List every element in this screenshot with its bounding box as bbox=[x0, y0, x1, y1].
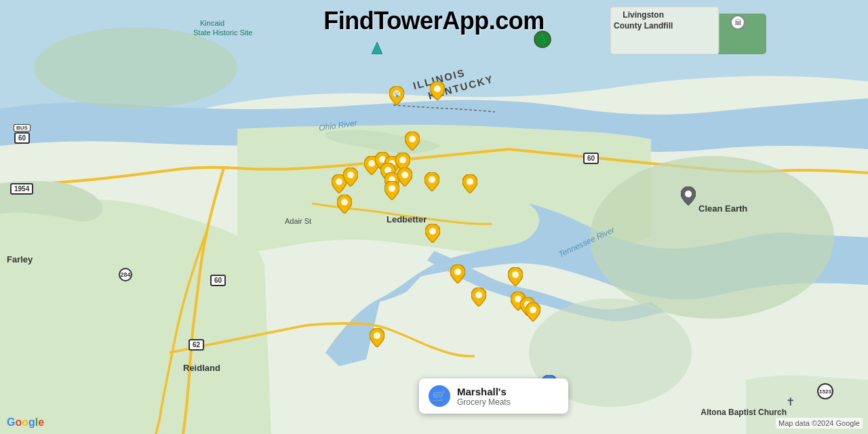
google-logo: Google bbox=[7, 416, 44, 429]
svg-point-12 bbox=[347, 172, 354, 178]
svg-point-10 bbox=[409, 136, 416, 142]
svg-point-1 bbox=[590, 156, 834, 319]
svg-point-13 bbox=[368, 160, 375, 167]
svg-marker-6 bbox=[372, 42, 382, 54]
altona-label: Altona Baptist Church bbox=[701, 408, 787, 417]
svg-point-25 bbox=[454, 269, 461, 275]
tower-pin-23[interactable] bbox=[370, 328, 384, 347]
landfill-marker[interactable]: 🏛 bbox=[730, 15, 745, 33]
svg-point-32 bbox=[685, 191, 692, 197]
svg-text:📡: 📡 bbox=[393, 90, 401, 98]
map-attribution: Map data ©2024 Google bbox=[776, 418, 863, 429]
svg-text:🌲: 🌲 bbox=[537, 34, 549, 45]
svg-point-9 bbox=[434, 85, 441, 92]
tower-pin-adair[interactable] bbox=[337, 195, 352, 214]
svg-point-11 bbox=[336, 178, 342, 185]
navigation-marker[interactable] bbox=[372, 42, 382, 57]
svg-point-21 bbox=[467, 178, 473, 185]
svg-point-30 bbox=[530, 307, 536, 313]
church-icon: ✝ bbox=[786, 395, 795, 408]
svg-point-24 bbox=[429, 228, 436, 235]
place-card-category: Grocery Meats bbox=[457, 397, 511, 407]
tower-pin-2[interactable] bbox=[430, 81, 445, 100]
svg-point-19 bbox=[401, 172, 408, 178]
tower-pin-1[interactable]: 📡 bbox=[389, 86, 404, 105]
place-card-name: Marshall's bbox=[457, 386, 511, 397]
tower-pin-3[interactable] bbox=[405, 132, 420, 151]
tower-pin-13[interactable] bbox=[425, 172, 439, 191]
svg-point-26 bbox=[475, 292, 482, 298]
place-card-icon: 🛒 bbox=[429, 385, 450, 407]
tower-pin-15[interactable] bbox=[384, 181, 399, 200]
site-title: FindTowerApp.com bbox=[323, 7, 544, 35]
svg-point-17 bbox=[399, 157, 406, 163]
tower-pin-19[interactable] bbox=[508, 267, 523, 286]
svg-text:🏛: 🏛 bbox=[734, 18, 742, 26]
clean-earth-marker[interactable] bbox=[681, 186, 696, 208]
tower-pin-22[interactable] bbox=[526, 302, 540, 321]
tower-pin-16[interactable] bbox=[425, 224, 440, 243]
tower-pin-12[interactable] bbox=[397, 167, 412, 186]
svg-point-23 bbox=[389, 185, 395, 192]
tower-pin-17[interactable] bbox=[450, 264, 465, 283]
svg-point-3 bbox=[34, 27, 237, 108]
livingston-county-label: LivingstonCounty Landfill bbox=[614, 10, 673, 31]
svg-point-20 bbox=[429, 176, 435, 183]
svg-point-22 bbox=[341, 199, 348, 205]
map-container: FindTowerApp.com ILLINOIS KENTUCKY Ohio … bbox=[0, 0, 868, 434]
tower-pin-5[interactable] bbox=[343, 167, 358, 186]
svg-point-27 bbox=[512, 271, 519, 278]
map-background bbox=[0, 0, 868, 434]
tower-pin-14[interactable] bbox=[462, 174, 477, 193]
svg-point-31 bbox=[374, 332, 380, 339]
tower-pin-18[interactable] bbox=[471, 288, 486, 307]
place-card[interactable]: 🛒 Marshall's Grocery Meats bbox=[419, 378, 568, 414]
place-card-info: Marshall's Grocery Meats bbox=[457, 386, 511, 407]
